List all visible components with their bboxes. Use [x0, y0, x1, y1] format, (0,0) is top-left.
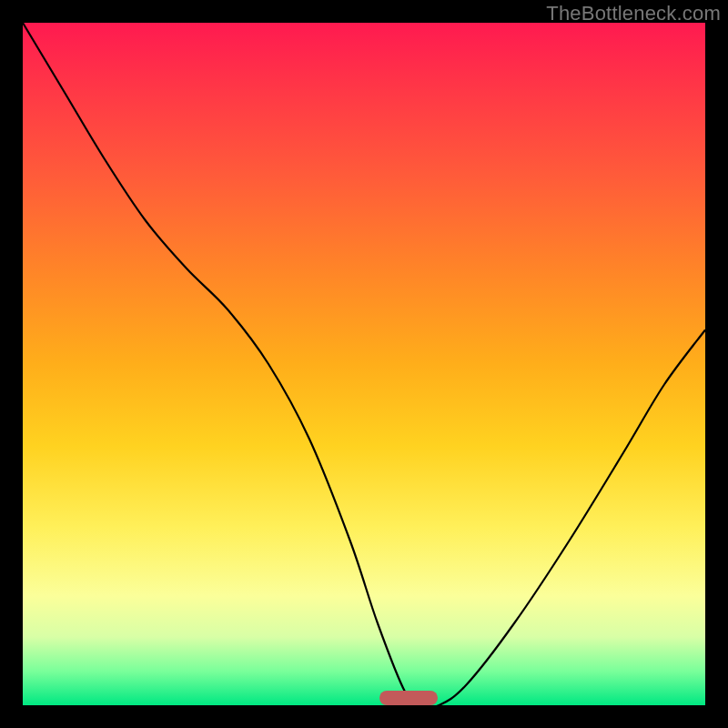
plot-area: [23, 23, 705, 705]
bottleneck-curve: [23, 23, 705, 705]
chart-container: TheBottleneck.com: [0, 0, 728, 728]
watermark-text: TheBottleneck.com: [546, 2, 721, 25]
optimal-marker: [379, 691, 438, 705]
